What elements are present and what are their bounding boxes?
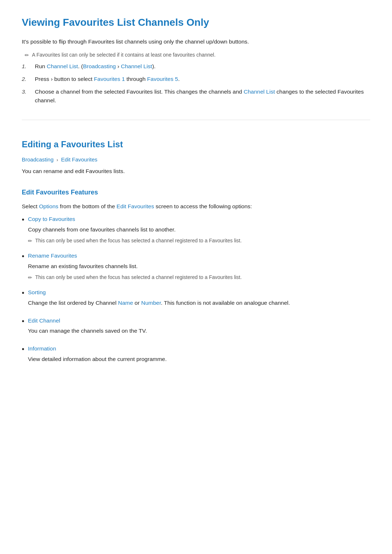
bullet-icon-5: • — [22, 344, 24, 354]
feature-copy-content: Copy to Favourites Copy channels from on… — [28, 215, 370, 245]
feature-edit-channel-body: You can manage the channels saved on the… — [28, 327, 370, 336]
section-divider — [22, 120, 370, 120]
feature-sorting: • Sorting Change the list ordered by Cha… — [22, 288, 370, 310]
number-link[interactable]: Number — [141, 300, 161, 306]
step-1: 1. Run Channel List. (Broadcasting › Cha… — [22, 62, 370, 71]
channel-list-link1[interactable]: Channel List — [47, 63, 78, 69]
feature-rename-note: This can only be used when the focus has… — [35, 273, 242, 281]
feature-information: • Information View detailed information … — [22, 344, 370, 366]
step-3-text: Choose a channel from the selected Favou… — [35, 87, 370, 106]
bullet-icon-3: • — [22, 287, 24, 298]
feature-information-body: View detailed information about the curr… — [28, 355, 370, 364]
step-2-text: Press › button to select Favourites 1 th… — [35, 75, 180, 84]
feature-rename-body: Rename an existing favourites channels l… — [28, 262, 370, 271]
section2-breadcrumb: Broadcasting › Edit Favourites — [22, 155, 370, 164]
pencil-icon: ✏ — [25, 51, 29, 59]
feature-rename-content: Rename Favourites Rename an existing fav… — [28, 251, 370, 282]
feature-copy: • Copy to Favourites Copy channels from … — [22, 215, 370, 245]
pencil-icon-2: ✏ — [28, 237, 32, 245]
feature-sorting-content: Sorting Change the list ordered by Chann… — [28, 288, 370, 310]
broadcasting-link1[interactable]: Broadcasting — [83, 63, 116, 69]
step-2-num: 2. — [22, 75, 29, 84]
broadcasting-link2[interactable]: Broadcasting — [22, 156, 54, 163]
feature-edit-channel-content: Edit Channel You can manage the channels… — [28, 316, 370, 338]
step-3: 3. Choose a channel from the selected Fa… — [22, 87, 370, 106]
subsection-title: Edit Favourites Features — [22, 187, 370, 198]
section1-steps: 1. Run Channel List. (Broadcasting › Cha… — [22, 62, 370, 105]
favourites1-link[interactable]: Favourites 1 — [94, 76, 125, 82]
section1-note-row: ✏ A Favourites list can only be selected… — [25, 51, 370, 59]
options-link[interactable]: Options — [39, 203, 58, 209]
feature-copy-title[interactable]: Copy to Favourites — [28, 215, 370, 224]
breadcrumb-chevron: › — [57, 157, 58, 163]
feature-information-content: Information View detailed information ab… — [28, 344, 370, 366]
feature-copy-note: This can only be used when the focus has… — [35, 237, 242, 245]
feature-rename-note-row: ✏ This can only be used when the focus h… — [28, 273, 370, 282]
subsection-intro: Select Options from the bottom of the Ed… — [22, 202, 370, 211]
channel-list-link3[interactable]: Channel List — [244, 89, 275, 95]
feature-sorting-body: Change the list ordered by Channel Name … — [28, 299, 370, 308]
edit-favourites-link2[interactable]: Edit Favourites — [117, 203, 154, 209]
favourites5-link[interactable]: Favourites 5 — [147, 76, 178, 82]
feature-edit-channel: • Edit Channel You can manage the channe… — [22, 316, 370, 338]
step-1-num: 1. — [22, 62, 29, 71]
feature-copy-note-row: ✏ This can only be used when the focus h… — [28, 237, 370, 245]
feature-sorting-title[interactable]: Sorting — [28, 288, 370, 297]
step-2: 2. Press › button to select Favourites 1… — [22, 75, 370, 84]
feature-rename: • Rename Favourites Rename an existing f… — [22, 251, 370, 282]
section1-title: Viewing Favourites List Channels Only — [22, 15, 370, 31]
section2-desc: You can rename and edit Favourites lists… — [22, 167, 370, 176]
bullet-icon-1: • — [22, 214, 24, 225]
step-1-text: Run Channel List. (Broadcasting › Channe… — [35, 62, 156, 71]
bullet-icon-4: • — [22, 316, 24, 327]
pencil-icon-3: ✏ — [28, 274, 32, 282]
feature-edit-channel-title[interactable]: Edit Channel — [28, 316, 370, 325]
channel-list-link2[interactable]: Channel List — [121, 63, 152, 69]
chevron-button-icon: › — [51, 76, 53, 82]
section1-intro: It's possible to flip through Favourites… — [22, 37, 370, 46]
bullet-icon-2: • — [22, 251, 24, 262]
name-link[interactable]: Name — [118, 300, 133, 306]
section1-note: A Favourites list can only be selected i… — [32, 51, 216, 59]
step-3-num: 3. — [22, 87, 29, 97]
features-list: • Copy to Favourites Copy channels from … — [22, 215, 370, 366]
feature-copy-body: Copy channels from one favourites channe… — [28, 225, 370, 234]
edit-favourites-link1[interactable]: Edit Favourites — [61, 156, 97, 163]
feature-rename-title[interactable]: Rename Favourites — [28, 251, 370, 260]
feature-information-title[interactable]: Information — [28, 344, 370, 353]
chevron-sep1: › — [118, 63, 119, 69]
section2-title: Editing a Favourites List — [22, 138, 370, 151]
